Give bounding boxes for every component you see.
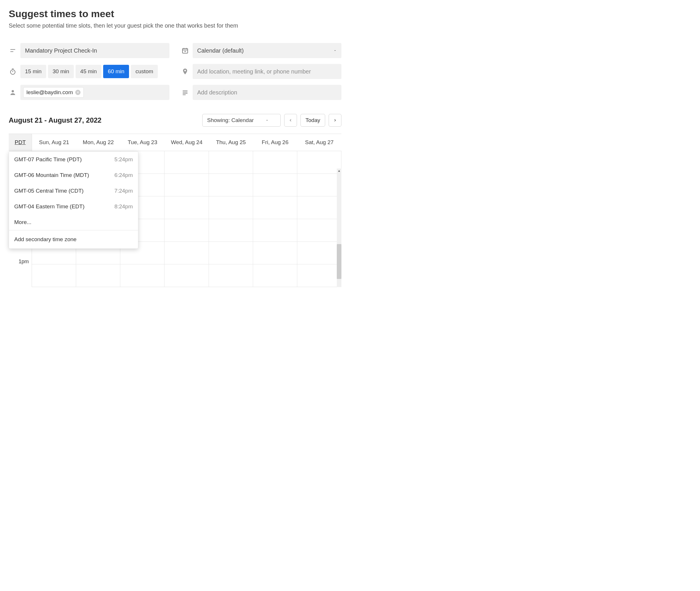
hour-slot[interactable] — [253, 219, 297, 242]
week-controls: Showing: Calendar Today — [202, 114, 341, 127]
hour-slot[interactable] — [209, 219, 253, 242]
timezone-option-label: GMT-07 Pacific Time (PDT) — [14, 156, 82, 163]
hour-slot[interactable] — [165, 264, 208, 287]
hour-slot[interactable] — [297, 219, 341, 242]
day-header: Thu, Aug 25 — [209, 134, 253, 151]
day-column[interactable] — [209, 151, 253, 287]
duration-button[interactable]: 60 min — [103, 65, 129, 78]
prev-week-button[interactable] — [284, 114, 297, 127]
timezone-more-label: More... — [14, 219, 31, 225]
location-input[interactable]: Add location, meeting link, or phone num… — [193, 64, 342, 79]
hour-slot[interactable] — [297, 151, 341, 174]
day-header: Sat, Aug 27 — [297, 134, 341, 151]
guests-input[interactable]: leslie@baydin.com ✕ — [20, 85, 170, 100]
hour-slot[interactable] — [297, 174, 341, 196]
svg-point-11 — [12, 90, 14, 92]
timezone-dropdown: GMT-07 Pacific Time (PDT)5:24pmGMT-06 Mo… — [9, 151, 138, 249]
duration-button[interactable]: custom — [131, 65, 158, 78]
timezone-option[interactable]: GMT-05 Central Time (CDT)7:24pm — [9, 183, 138, 199]
day-header: Fri, Aug 26 — [253, 134, 297, 151]
person-icon — [9, 88, 17, 96]
stopwatch-icon — [9, 67, 17, 75]
date-range: August 21 - August 27, 2022 — [9, 116, 102, 124]
hour-slot[interactable] — [253, 196, 297, 219]
day-header: Sun, Aug 21 — [32, 134, 76, 151]
hour-slot[interactable] — [76, 264, 120, 287]
meeting-form: Mandatory Project Check-In Calendar (def… — [9, 43, 341, 100]
hour-slot[interactable] — [32, 264, 76, 287]
hour-slot[interactable] — [209, 196, 253, 219]
day-column[interactable] — [297, 151, 341, 287]
title-icon — [9, 47, 17, 55]
hour-slot[interactable] — [209, 264, 253, 287]
calendar-icon — [181, 47, 189, 55]
calendar-header-row: PDT Sun, Aug 21Mon, Aug 22Tue, Aug 23Wed… — [9, 134, 341, 151]
timezone-option-time: 6:24pm — [115, 172, 133, 178]
duration-button[interactable]: 45 min — [75, 65, 102, 78]
week-header: August 21 - August 27, 2022 Showing: Cal… — [9, 114, 341, 127]
hour-slot[interactable] — [253, 264, 297, 287]
timezone-button[interactable]: PDT — [9, 134, 32, 151]
calendar-select-value: Calendar (default) — [197, 47, 244, 54]
scrollbar-thumb[interactable] — [337, 244, 341, 279]
hour-slot[interactable] — [297, 242, 341, 264]
chevron-down-icon — [265, 119, 269, 122]
duration-button[interactable]: 15 min — [20, 65, 46, 78]
meeting-title-input[interactable]: Mandatory Project Check-In — [20, 43, 170, 58]
meeting-title-value: Mandatory Project Check-In — [25, 47, 97, 54]
hour-slot[interactable] — [165, 196, 208, 219]
hour-slot[interactable] — [165, 219, 208, 242]
day-header: Tue, Aug 23 — [120, 134, 165, 151]
hour-slot[interactable] — [120, 264, 164, 287]
next-week-button[interactable] — [329, 114, 341, 127]
hour-slot[interactable] — [253, 242, 297, 264]
hour-slot[interactable] — [297, 264, 341, 287]
time-label: 1pm — [9, 259, 32, 281]
page-title: Suggest times to meet — [9, 8, 341, 19]
hour-slot[interactable] — [209, 174, 253, 196]
day-header: Mon, Aug 22 — [76, 134, 120, 151]
showing-label: Showing: Calendar — [207, 117, 254, 124]
hour-slot[interactable] — [253, 174, 297, 196]
hour-slot[interactable] — [209, 151, 253, 174]
timezone-option-time: 8:24pm — [115, 203, 133, 210]
hour-slot[interactable] — [165, 151, 208, 174]
day-column[interactable] — [253, 151, 297, 287]
timezone-more[interactable]: More... — [9, 214, 138, 230]
calendar: PDT Sun, Aug 21Mon, Aug 22Tue, Aug 23Wed… — [9, 134, 341, 287]
timezone-option-time: 7:24pm — [115, 188, 133, 194]
timezone-option[interactable]: GMT-07 Pacific Time (PDT)5:24pm — [9, 152, 138, 168]
page-subtitle: Select some potential time slots, then l… — [9, 22, 341, 29]
today-button[interactable]: Today — [301, 114, 325, 127]
hour-slot[interactable] — [209, 242, 253, 264]
hour-slot[interactable] — [165, 242, 208, 264]
location-placeholder: Add location, meeting link, or phone num… — [197, 68, 311, 75]
day-column[interactable] — [165, 151, 209, 287]
description-placeholder: Add description — [197, 89, 237, 96]
day-header: Wed, Aug 24 — [165, 134, 209, 151]
timezone-option-time: 5:24pm — [115, 156, 133, 163]
timezone-option-label: GMT-06 Mountain Time (MDT) — [14, 172, 89, 178]
timezone-option[interactable]: GMT-06 Mountain Time (MDT)6:24pm — [9, 168, 138, 183]
duration-group: 15 min30 min45 min60 mincustom — [20, 65, 170, 78]
hour-slot[interactable] — [165, 174, 208, 196]
guest-chip-label: leslie@baydin.com — [26, 89, 73, 95]
remove-chip-icon[interactable]: ✕ — [75, 90, 80, 95]
chevron-down-icon — [333, 49, 337, 52]
hour-slot[interactable] — [253, 151, 297, 174]
showing-calendar-select[interactable]: Showing: Calendar — [202, 114, 281, 127]
duration-button[interactable]: 30 min — [48, 65, 74, 78]
scroll-up-icon[interactable]: ▲ — [337, 169, 341, 172]
guest-chip[interactable]: leslie@baydin.com ✕ — [23, 87, 84, 97]
timezone-option-label: GMT-04 Eastern Time (EDT) — [14, 203, 84, 210]
calendar-select[interactable]: Calendar (default) — [193, 43, 342, 58]
add-secondary-timezone[interactable]: Add secondary time zone — [9, 231, 138, 249]
timezone-option[interactable]: GMT-04 Eastern Time (EDT)8:24pm — [9, 199, 138, 214]
location-icon — [181, 67, 189, 75]
description-input[interactable]: Add description — [193, 85, 342, 100]
timezone-option-label: GMT-05 Central Time (CDT) — [14, 188, 84, 194]
description-icon — [181, 88, 189, 96]
hour-slot[interactable] — [297, 196, 341, 219]
